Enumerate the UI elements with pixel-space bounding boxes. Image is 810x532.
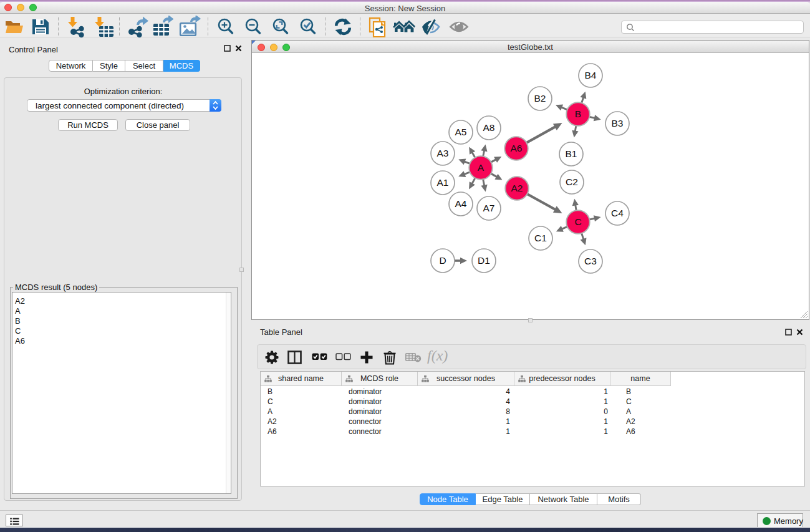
- svg-text:B1: B1: [566, 148, 577, 159]
- svg-text:A1: A1: [437, 177, 449, 188]
- svg-text:A6: A6: [511, 143, 523, 153]
- svg-text:B: B: [575, 109, 581, 119]
- svg-text:B2: B2: [534, 93, 546, 104]
- svg-text:A7: A7: [483, 203, 495, 213]
- svg-text:D1: D1: [478, 255, 490, 266]
- svg-text:A4: A4: [455, 198, 467, 209]
- svg-text:A5: A5: [455, 127, 467, 137]
- svg-text:C3: C3: [584, 256, 597, 266]
- svg-text:B3: B3: [612, 118, 624, 128]
- svg-text:A: A: [478, 162, 485, 173]
- svg-text:A8: A8: [483, 122, 495, 133]
- svg-text:C: C: [574, 216, 581, 227]
- svg-text:B4: B4: [585, 70, 597, 80]
- svg-text:A2: A2: [511, 183, 523, 193]
- svg-text:C2: C2: [566, 177, 578, 187]
- svg-text:C4: C4: [611, 208, 624, 218]
- svg-text:C1: C1: [534, 233, 547, 243]
- svg-text:D: D: [439, 255, 446, 266]
- svg-text:A3: A3: [437, 148, 449, 158]
